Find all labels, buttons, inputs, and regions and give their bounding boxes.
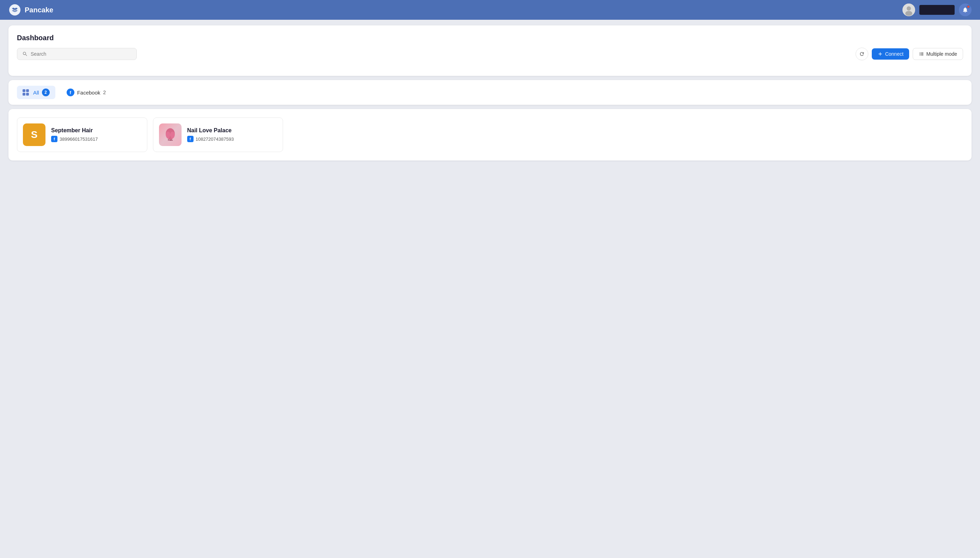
- search-icon: [22, 51, 28, 57]
- search-row: Connect Multiple mode: [17, 48, 963, 60]
- page-card-september-hair[interactable]: S September Hair f 389966017531617: [17, 117, 147, 152]
- multiple-mode-icon: [919, 51, 924, 57]
- notification-dot: [967, 5, 970, 8]
- september-hair-id: 389966017531617: [60, 136, 98, 142]
- brand: Pancake: [8, 3, 53, 16]
- tab-facebook-badge: 2: [103, 89, 106, 96]
- page-avatar-september-hair: S: [23, 123, 46, 146]
- dashboard-title: Dashboard: [17, 34, 963, 42]
- page-avatar-nail-love-palace: Nails: [159, 123, 182, 146]
- pages-grid: S September Hair f 389966017531617: [17, 117, 963, 152]
- filter-section: All 2 f Facebook 2: [8, 80, 972, 105]
- navbar-right: [902, 3, 972, 16]
- refresh-button[interactable]: [856, 48, 868, 60]
- multiple-mode-button[interactable]: Multiple mode: [913, 48, 963, 60]
- connect-label: Connect: [885, 51, 903, 57]
- tab-facebook-label: Facebook: [77, 90, 100, 95]
- filter-tabs: All 2 f Facebook 2: [17, 86, 963, 99]
- page-info-september-hair: September Hair f 389966017531617: [51, 127, 141, 142]
- pages-section: S September Hair f 389966017531617: [8, 109, 972, 161]
- refresh-icon: [859, 51, 865, 57]
- toolbar-right: Connect Multiple mode: [856, 48, 963, 60]
- all-icon: [23, 89, 30, 96]
- search-box[interactable]: [17, 48, 137, 60]
- dashboard-card: Dashboard Connect: [8, 25, 972, 76]
- navbar: Pancake: [0, 0, 980, 20]
- nail-love-palace-id: 108272074387593: [196, 136, 234, 142]
- page-fb-id-september-hair: f 389966017531617: [51, 136, 141, 142]
- page-info-nail-love-palace: Nail Love Palace f 108272074387593: [187, 127, 277, 142]
- svg-point-6: [166, 131, 170, 138]
- svg-point-7: [170, 131, 175, 138]
- multiple-mode-label: Multiple mode: [926, 51, 957, 57]
- notification-bell[interactable]: [959, 3, 972, 16]
- page-name-nail-love-palace: Nail Love Palace: [187, 127, 277, 134]
- pancake-logo: [8, 3, 21, 16]
- facebook-tab-icon: f: [67, 89, 74, 96]
- svg-text:Nails: Nails: [168, 139, 173, 141]
- svg-point-2: [907, 7, 911, 11]
- user-name-bar: [919, 5, 955, 15]
- tab-facebook[interactable]: f Facebook 2: [61, 86, 112, 99]
- main-content: Dashboard Connect: [0, 0, 980, 558]
- fb-icon-september: f: [51, 136, 57, 142]
- page-card-nail-love-palace[interactable]: Nails Nail Love Palace f 108272074387593: [153, 117, 283, 152]
- nail-avatar-image: Nails: [160, 125, 180, 145]
- brand-name: Pancake: [25, 6, 53, 14]
- plus-icon: [877, 51, 883, 57]
- tab-all[interactable]: All 2: [17, 86, 56, 99]
- page-fb-id-nail-love-palace: f 108272074387593: [187, 136, 277, 142]
- tab-all-label: All: [33, 90, 39, 95]
- svg-point-3: [905, 11, 912, 16]
- fb-icon-nail: f: [187, 136, 193, 142]
- user-avatar[interactable]: [902, 3, 915, 16]
- connect-button[interactable]: Connect: [872, 48, 909, 60]
- page-name-september-hair: September Hair: [51, 127, 141, 134]
- search-input[interactable]: [31, 51, 131, 57]
- tab-all-badge: 2: [42, 89, 50, 96]
